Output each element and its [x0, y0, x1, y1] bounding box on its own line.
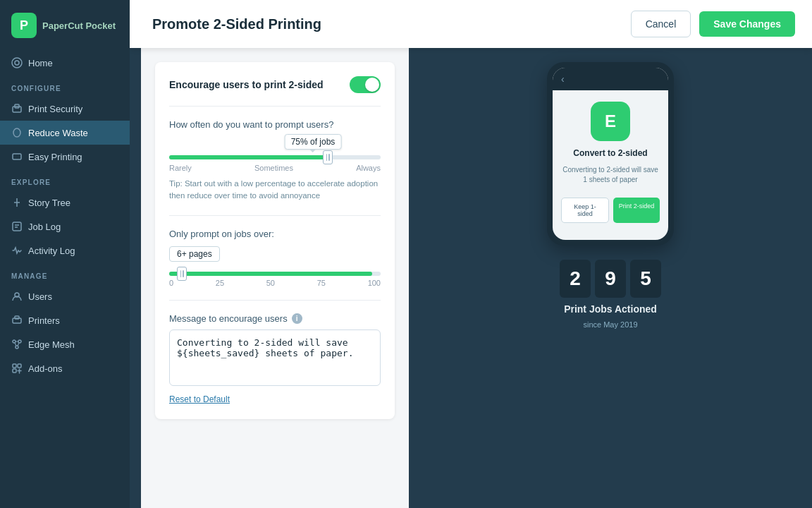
- modal-title: Promote 2-Sided Printing: [147, 16, 631, 32]
- message-label: Message to encourage users: [169, 313, 288, 324]
- add-ons-icon: [11, 363, 23, 374]
- sidebar-item-printers[interactable]: Printers: [0, 308, 130, 332]
- sidebar-item-story-tree[interactable]: Story Tree: [0, 190, 130, 214]
- pages-slider-fill: [169, 272, 372, 276]
- num-25: 25: [216, 279, 224, 287]
- encourage-toggle[interactable]: [350, 76, 381, 93]
- num-0: 0: [169, 279, 173, 287]
- modal-form: Encourage users to print 2-sided How oft…: [141, 48, 409, 508]
- svg-rect-6: [13, 154, 21, 159]
- pages-slider-track[interactable]: [169, 272, 381, 276]
- cancel-button[interactable]: Cancel: [631, 11, 691, 37]
- explore-section-label: EXPLORE: [0, 169, 130, 190]
- phone-back-icon: ‹: [561, 73, 565, 85]
- reduce-waste-icon: [11, 127, 23, 138]
- job-log-icon: [11, 221, 23, 232]
- phone-mockup: ‹ E Convert to 2-sided Converting to 2-s…: [547, 62, 674, 246]
- toggle-row: Encourage users to print 2-sided: [169, 76, 381, 93]
- slider-labels: Rarely Sometimes Always: [169, 164, 381, 172]
- num-75: 75: [317, 279, 326, 287]
- digit-9: 9: [595, 260, 626, 298]
- slider-fill: [169, 155, 328, 159]
- reset-link[interactable]: Reset to Default: [169, 394, 230, 404]
- save-button[interactable]: Save Changes: [699, 11, 795, 37]
- easy-printing-icon: [11, 151, 23, 162]
- app-icon-letter: E: [605, 111, 616, 131]
- pages-slider-container: 0 25 50 75 100: [169, 272, 381, 287]
- phone-app-icon: E: [591, 102, 630, 141]
- num-50: 50: [266, 279, 275, 287]
- printers-icon: [11, 315, 23, 326]
- manage-section-label: MANAGE: [0, 262, 130, 284]
- sidebar-item-activity-log[interactable]: Activity Log: [0, 238, 130, 262]
- sidebar-item-easy-printing-label: Easy Printing: [28, 152, 82, 162]
- sidebar-item-activity-log-label: Activity Log: [28, 246, 75, 256]
- toggle-thumb: [365, 78, 379, 92]
- configure-section-label: CONFIGURE: [0, 75, 130, 97]
- slider-thumb[interactable]: [323, 150, 333, 164]
- svg-rect-15: [18, 364, 21, 368]
- digit-5: 5: [630, 260, 661, 298]
- sidebar-item-add-ons[interactable]: Add-ons: [0, 356, 130, 380]
- svg-rect-16: [13, 369, 16, 373]
- frequency-slider-container: 75% of jobs Rarely Sometimes Always: [169, 155, 381, 172]
- sidebar-item-edge-mesh-label: Edge Mesh: [28, 339, 75, 350]
- sidebar-item-job-log-label: Job Log: [28, 222, 61, 232]
- top-bar: Promote 2-Sided Printing Cancel Save Cha…: [130, 0, 812, 48]
- phone-screen: ‹ E Convert to 2-sided Converting to 2-s…: [553, 68, 668, 240]
- home-icon: [11, 57, 23, 68]
- app-name: PaperCut Pocket: [42, 20, 116, 31]
- phone-convert-desc: Converting to 2-sided will save 1 sheets…: [561, 165, 660, 185]
- svg-rect-10: [15, 316, 19, 319]
- sidebar-item-edge-mesh[interactable]: Edge Mesh: [0, 332, 130, 356]
- phone-body: E Convert to 2-sided Converting to 2-sid…: [553, 90, 668, 240]
- svg-point-3: [15, 61, 19, 65]
- pages-badge: 6+ pages: [169, 246, 220, 262]
- logo: P PaperCut Pocket: [0, 0, 130, 51]
- phone-convert-label: Convert to 2-sided: [573, 148, 647, 158]
- counter-label: Print Jobs Actioned: [564, 303, 657, 315]
- sidebar-item-reduce-waste[interactable]: Reduce Waste: [0, 121, 130, 145]
- phone-buttons: Keep 1-sided Print 2-sided: [561, 192, 660, 229]
- svg-rect-14: [13, 364, 16, 368]
- toggle-label: Encourage users to print 2-sided: [169, 79, 324, 90]
- info-icon: i: [292, 313, 302, 324]
- sidebar-item-add-ons-label: Add-ons: [28, 363, 62, 374]
- digit-2: 2: [560, 260, 591, 298]
- tip-text: Tip: Start out with a low percentage to …: [169, 178, 381, 202]
- sidebar-item-users[interactable]: Users: [0, 284, 130, 308]
- slider-tooltip: 75% of jobs: [285, 134, 342, 150]
- story-tree-icon: [11, 197, 23, 208]
- message-label-row: Message to encourage users i: [169, 313, 381, 324]
- frequency-slider-track[interactable]: [169, 155, 381, 159]
- frequency-label: How often do you want to prompt users?: [169, 119, 381, 130]
- sidebar-item-home-label: Home: [28, 58, 53, 68]
- message-textarea[interactable]: [169, 329, 381, 386]
- num-100: 100: [368, 279, 381, 287]
- users-icon: [11, 291, 23, 302]
- form-card: Encourage users to print 2-sided How oft…: [155, 62, 395, 419]
- preview-panel: ‹ E Convert to 2-sided Converting to 2-s…: [409, 48, 812, 508]
- sidebar-item-job-log[interactable]: Job Log: [0, 214, 130, 238]
- sidebar: P PaperCut Pocket Home CONFIGURE Print S…: [0, 0, 130, 508]
- pages-slider-thumb[interactable]: [177, 267, 187, 281]
- phone-header: ‹: [553, 68, 668, 90]
- edge-mesh-icon: [11, 339, 23, 350]
- phone-print-button[interactable]: Print 2-sided: [613, 198, 660, 223]
- main-content: Reduce Waste We've been known to waste a…: [130, 0, 812, 508]
- modal-area: Encourage users to print 2-sided How oft…: [130, 48, 812, 508]
- top-bar-actions: Cancel Save Changes: [631, 11, 795, 37]
- print-security-icon: [11, 103, 23, 114]
- svg-rect-7: [13, 222, 21, 231]
- counter-digits: 2 9 5: [560, 260, 661, 298]
- label-sometimes: Sometimes: [254, 164, 293, 172]
- label-always: Always: [356, 164, 381, 172]
- sidebar-item-easy-printing[interactable]: Easy Printing: [0, 145, 130, 169]
- sidebar-item-home[interactable]: Home: [0, 51, 130, 75]
- phone-keep-button[interactable]: Keep 1-sided: [561, 198, 609, 223]
- label-rarely: Rarely: [169, 164, 192, 172]
- papercut-logo-icon: P: [11, 13, 37, 38]
- sidebar-item-story-tree-label: Story Tree: [28, 198, 70, 208]
- slider-numbers: 0 25 50 75 100: [169, 279, 381, 287]
- sidebar-item-print-security[interactable]: Print Security: [0, 97, 130, 121]
